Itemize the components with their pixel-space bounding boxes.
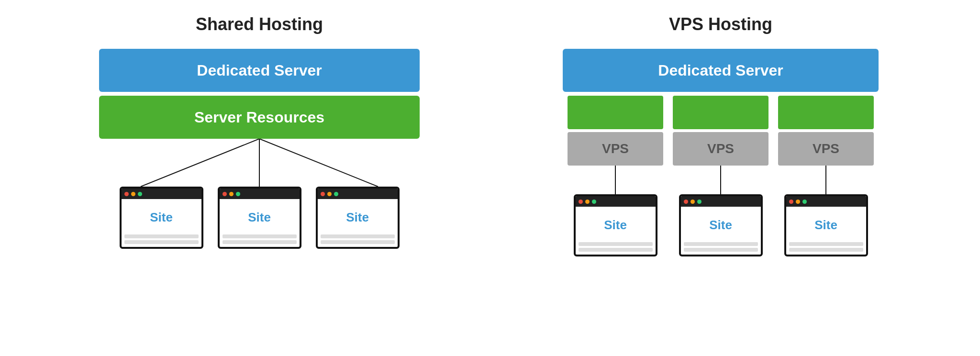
shared-dedicated-server: Dedicated Server: [99, 49, 420, 92]
site-line: [789, 248, 863, 252]
site-line: [684, 242, 758, 246]
vps-site-1: Site: [574, 194, 657, 256]
dot-red: [684, 200, 688, 204]
vps-columns: VPS Site: [568, 96, 874, 256]
dot-green: [592, 200, 596, 204]
vps-site-2: Site: [679, 194, 763, 256]
site-content: Site: [220, 199, 300, 247]
site-line: [684, 248, 758, 252]
shared-site-2: Site: [218, 187, 301, 249]
site-topbar: [220, 189, 300, 199]
site-topbar: [576, 196, 656, 207]
site-line: [124, 234, 199, 238]
dot-red: [789, 200, 793, 204]
dot-green: [802, 200, 807, 204]
dot-yellow: [796, 200, 800, 204]
shared-site-1: Site: [120, 187, 203, 249]
site-line: [321, 240, 395, 244]
site-line: [789, 242, 863, 246]
vps-label-1: VPS: [568, 132, 663, 166]
site-line: [579, 242, 653, 246]
site-label: Site: [684, 210, 758, 240]
dot-yellow: [327, 192, 332, 196]
site-line: [223, 240, 297, 244]
dot-green: [334, 192, 338, 196]
vps-resource-3: [778, 96, 874, 129]
main-container: Shared Hosting Dedicated Server Server R…: [0, 0, 980, 356]
dot-green: [697, 200, 702, 204]
shared-site-3: Site: [316, 187, 400, 249]
site-topbar: [681, 196, 761, 207]
dot-red: [223, 192, 227, 196]
vps-site-3: Site: [784, 194, 868, 256]
shared-hosting-diagram: Shared Hosting Dedicated Server Server R…: [58, 14, 460, 249]
dot-yellow: [585, 200, 590, 204]
dot-red: [579, 200, 583, 204]
dot-green: [236, 192, 240, 196]
svg-line-2: [259, 139, 378, 187]
site-topbar: [122, 189, 201, 199]
site-line: [321, 234, 395, 238]
shared-lines-svg: [99, 139, 420, 187]
site-label: Site: [321, 202, 395, 233]
site-topbar: [786, 196, 866, 207]
site-label: Site: [223, 202, 297, 233]
vps-dedicated-server: Dedicated Server: [563, 49, 879, 92]
dot-red: [124, 192, 129, 196]
site-label: Site: [789, 210, 863, 240]
shared-hosting-title: Shared Hosting: [196, 14, 323, 34]
vps-column-2: VPS Site: [673, 96, 768, 256]
site-label: Site: [124, 202, 199, 233]
vps-line-3: [778, 166, 874, 194]
site-content: Site: [681, 207, 761, 255]
vps-resource-2: [673, 96, 768, 129]
dot-green: [138, 192, 142, 196]
site-topbar: [318, 189, 398, 199]
site-line: [223, 234, 297, 238]
vps-resource-1: [568, 96, 663, 129]
site-line: [579, 248, 653, 252]
shared-server-resources: Server Resources: [99, 96, 420, 139]
dot-red: [321, 192, 325, 196]
site-content: Site: [786, 207, 866, 255]
vps-column-1: VPS Site: [568, 96, 663, 256]
vps-line-2: [673, 166, 768, 194]
svg-line-0: [141, 139, 259, 187]
vps-hosting-diagram: VPS Hosting Dedicated Server VPS Sit: [520, 14, 922, 256]
dot-yellow: [131, 192, 135, 196]
dot-yellow: [229, 192, 234, 196]
vps-label-2: VPS: [673, 132, 768, 166]
vps-line-1: [568, 166, 663, 194]
shared-sites-row: Site Site: [120, 187, 400, 249]
site-content: Site: [576, 207, 656, 255]
site-content: Site: [122, 199, 201, 247]
site-label: Site: [579, 210, 653, 240]
dot-yellow: [690, 200, 695, 204]
vps-hosting-title: VPS Hosting: [669, 14, 772, 34]
vps-column-3: VPS Site: [778, 96, 874, 256]
site-line: [124, 240, 199, 244]
site-content: Site: [318, 199, 398, 247]
vps-label-3: VPS: [778, 132, 874, 166]
